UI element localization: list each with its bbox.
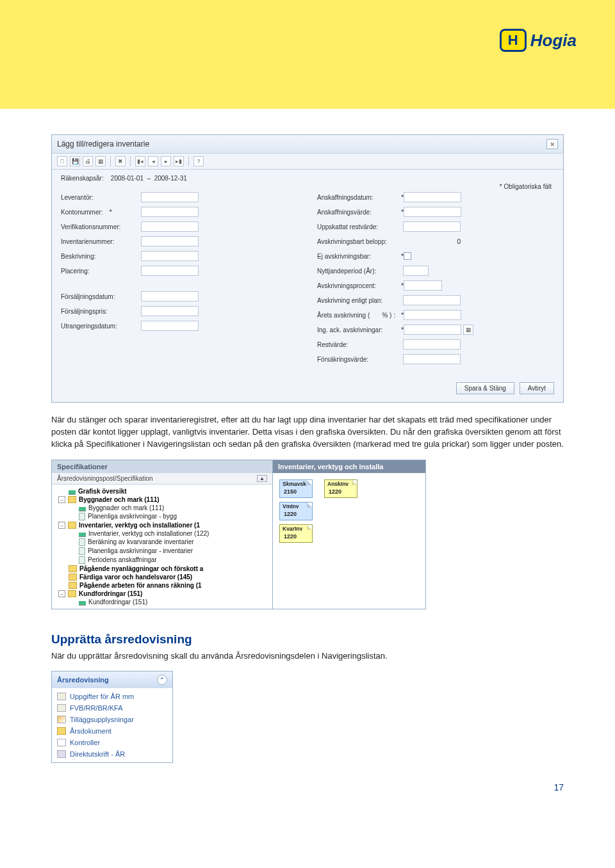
check-icon bbox=[57, 739, 66, 746]
nyttjandeperiod-input[interactable] bbox=[403, 266, 429, 276]
tree-row[interactable]: Pågående arbeten för annans räkning (1 bbox=[52, 581, 272, 590]
anskaffningsdatum-label: Anskaffningsdatum: bbox=[317, 194, 397, 201]
spec-tree: Grafisk översikt–Byggnader och mark (111… bbox=[52, 485, 272, 609]
tree-label: Inventarier, verktyg och installationer … bbox=[88, 530, 209, 537]
kontonummer-input[interactable] bbox=[141, 207, 199, 217]
print-icon[interactable]: 🖨 bbox=[83, 156, 93, 166]
sticky-note[interactable]: Skmavsk2150 bbox=[279, 479, 313, 498]
chart-icon bbox=[79, 599, 86, 606]
tree-row[interactable]: Kundfordringar (151) bbox=[52, 598, 272, 606]
sticky-note[interactable]: VmInv1220 bbox=[279, 502, 313, 520]
first-icon[interactable]: ▮◂ bbox=[135, 156, 145, 166]
tree-label: Beräkning av kvarvarande inventarier bbox=[88, 538, 194, 545]
restvarde-input[interactable] bbox=[403, 339, 461, 350]
scroll-up-icon[interactable]: ▲ bbox=[257, 475, 267, 482]
ej-avskrivningsbar-label: Ej avskrivningsbar: bbox=[317, 253, 397, 260]
next-icon[interactable]: ▸ bbox=[161, 156, 171, 166]
nav-item[interactable]: Direktutskrift - ÅR bbox=[52, 748, 172, 760]
chart-icon bbox=[69, 488, 76, 495]
inventarienummer-input[interactable] bbox=[141, 236, 199, 246]
nav-item[interactable]: Tilläggsupplysningar bbox=[52, 714, 172, 725]
tree-label: Kundfordringar (151) bbox=[88, 599, 147, 606]
ing-ack-input[interactable] bbox=[404, 325, 461, 335]
spec-left-title: Specifikationer bbox=[52, 460, 272, 473]
sticky-title: KvarInv bbox=[283, 526, 302, 532]
form-icon bbox=[57, 704, 66, 712]
uppskattat-restvarde-input[interactable] bbox=[403, 221, 461, 232]
tree-label: Pågående nyanläggningar och förskott a bbox=[79, 565, 203, 572]
close-icon[interactable]: ✕ bbox=[546, 139, 558, 149]
avskrivning-plan-label: Avskrivning enligt plan: bbox=[317, 297, 397, 304]
arets-avskrivning-input[interactable] bbox=[404, 310, 461, 320]
placering-input[interactable] bbox=[141, 266, 199, 276]
tree-row[interactable]: –Inventarier, verktyg och installationer… bbox=[52, 521, 272, 529]
tree-row[interactable]: Grafisk översikt bbox=[52, 487, 272, 495]
spec-subheader: Årsredovisningspost/Specifikation▲ bbox=[52, 473, 272, 485]
nav-label: Tilläggsupplysningar bbox=[70, 716, 134, 723]
page-icon bbox=[79, 556, 85, 564]
anskaffningsdatum-input[interactable] bbox=[404, 192, 461, 202]
verifikationsnummer-input[interactable] bbox=[141, 221, 199, 232]
tree-row[interactable]: Färdiga varor och handelsvaror (145) bbox=[52, 573, 272, 581]
anskaffningsvarde-input[interactable] bbox=[404, 207, 461, 217]
page-icon bbox=[79, 538, 85, 546]
page-number: 17 bbox=[0, 776, 615, 805]
tree-row[interactable]: –Byggnader och mark (111) bbox=[52, 495, 272, 504]
arets-avskrivning-label: Årets avskrivning ( % ) : bbox=[317, 312, 397, 319]
avskrivning-plan-input[interactable] bbox=[403, 295, 461, 305]
tree-label: Periodens anskaffningar bbox=[88, 556, 157, 563]
collapse-icon[interactable]: – bbox=[58, 522, 65, 529]
cancel-button[interactable]: Avbryt bbox=[520, 382, 554, 394]
logo-text: Hogia bbox=[530, 31, 577, 51]
collapse-icon[interactable]: ⌃ bbox=[157, 675, 167, 685]
collapse-icon[interactable]: – bbox=[58, 590, 65, 597]
utrangeringsdatum-input[interactable] bbox=[141, 321, 199, 331]
forsakringsvarde-input[interactable] bbox=[403, 354, 461, 364]
forsaljningsdatum-input[interactable] bbox=[141, 291, 199, 301]
forsaljningspris-input[interactable] bbox=[141, 306, 199, 316]
tree-label: Planenliga avskrivningar - bygg bbox=[88, 513, 177, 520]
restvarde-label: Restvärde: bbox=[317, 341, 397, 348]
nav-header[interactable]: Årsredovisning ⌃ bbox=[52, 671, 172, 688]
tree-row[interactable]: Planenliga avskrivningar - bygg bbox=[52, 512, 272, 521]
beskrivning-input[interactable] bbox=[141, 251, 199, 261]
window-title: Lägg till/redigera inventarie bbox=[57, 140, 149, 149]
new-icon[interactable]: □ bbox=[57, 156, 67, 166]
nav-item[interactable]: FVB/RR/BR/KFA bbox=[52, 702, 172, 714]
uppskattat-restvarde-label: Uppskattat restvärde: bbox=[317, 223, 397, 230]
nav-label: FVB/RR/BR/KFA bbox=[70, 704, 123, 712]
tree-row[interactable]: Inventarier, verktyg och installationer … bbox=[52, 529, 272, 538]
avskrivningsprocent-input[interactable] bbox=[404, 280, 442, 291]
preview-icon[interactable]: ▦ bbox=[95, 156, 106, 166]
paragraph-1: När du stänger och sparar inventarieregi… bbox=[51, 414, 564, 451]
tree-label: Kundfordringar (151) bbox=[79, 590, 142, 597]
last-icon[interactable]: ▸▮ bbox=[174, 156, 184, 166]
save-icon[interactable]: 💾 bbox=[70, 156, 80, 166]
nav-item[interactable]: Kontroller bbox=[52, 737, 172, 748]
nav-item[interactable]: Årsdokument bbox=[52, 725, 172, 737]
tree-row[interactable]: Planenliga avskrivningar - inventarier bbox=[52, 547, 272, 556]
heading-upprata: Upprätta årsredovisning bbox=[51, 632, 564, 647]
save-button[interactable]: Spara & Stäng bbox=[456, 382, 514, 394]
sticky-note[interactable]: AnskInv1220 bbox=[324, 479, 357, 498]
leverantor-input[interactable] bbox=[141, 192, 199, 202]
nav-item[interactable]: Uppgifter för ÅR mm bbox=[52, 691, 172, 702]
tree-row[interactable]: Pågående nyanläggningar och förskott a bbox=[52, 565, 272, 573]
sticky-title: VmInv bbox=[283, 503, 299, 510]
separator bbox=[130, 156, 131, 166]
collapse-icon[interactable]: – bbox=[58, 496, 65, 503]
folder-icon bbox=[69, 574, 77, 581]
prev-icon[interactable]: ◂ bbox=[148, 156, 158, 166]
delete-icon[interactable]: ✖ bbox=[115, 156, 126, 166]
tree-row[interactable]: –Kundfordringar (151) bbox=[52, 590, 272, 598]
print-icon bbox=[57, 750, 66, 758]
tree-row[interactable]: Beräkning av kvarvarande inventarier bbox=[52, 538, 272, 547]
ej-avskrivningsbar-checkbox[interactable] bbox=[404, 252, 411, 260]
tree-row[interactable]: Byggnader och mark (111) bbox=[52, 504, 272, 512]
calendar-icon[interactable]: ▦ bbox=[463, 325, 473, 335]
avskrivningsprocent-label: Avskrivningsprocent: bbox=[317, 282, 397, 289]
placering-label: Placering: bbox=[61, 268, 141, 275]
tree-row[interactable]: Periodens anskaffningar bbox=[52, 556, 272, 565]
help-icon[interactable]: ? bbox=[193, 156, 204, 166]
sticky-note[interactable]: KvarInv1220 bbox=[279, 524, 313, 543]
